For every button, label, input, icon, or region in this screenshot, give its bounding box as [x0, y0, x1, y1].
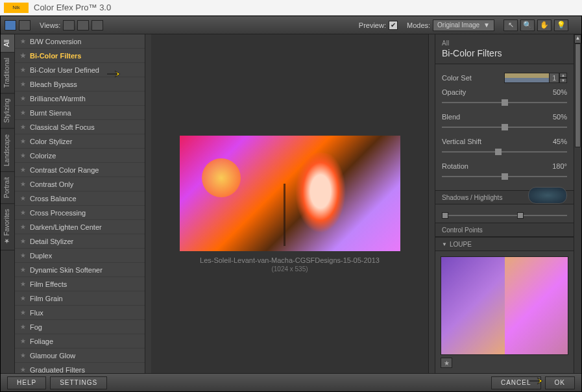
favorite-star-icon[interactable]: ★	[20, 295, 26, 302]
slider[interactable]	[442, 99, 567, 106]
view-split-button[interactable]	[19, 20, 30, 31]
filter-item[interactable]: ★Contrast Only	[15, 177, 145, 191]
slider[interactable]	[442, 124, 567, 130]
color-set-up-icon[interactable]: ▲	[559, 73, 567, 78]
color-set-down-icon[interactable]: ▼	[559, 78, 567, 83]
slider-thumb[interactable]	[502, 99, 508, 106]
views-3-button[interactable]	[91, 20, 103, 31]
slider-thumb[interactable]	[502, 124, 508, 130]
favorite-star-icon[interactable]: ★	[20, 180, 26, 188]
slider-thumb[interactable]	[502, 173, 508, 180]
view-single-button[interactable]	[5, 20, 16, 31]
filter-item[interactable]: ★Brilliance/Warmth	[15, 92, 145, 106]
favorite-star-icon[interactable]: ★	[20, 223, 26, 230]
scroll-thumb[interactable]	[575, 43, 581, 147]
filter-item[interactable]: ★B/W Conversion	[15, 34, 145, 49]
tab-stylizing[interactable]: Stylizing	[1, 93, 14, 129]
favorite-star-icon[interactable]: ★	[20, 195, 26, 202]
slider[interactable]	[442, 149, 567, 155]
tab-favorites[interactable]: ★ Favorites	[1, 204, 14, 251]
highlights-handle[interactable]	[517, 212, 524, 219]
filter-item[interactable]: ★Contrast Color Range	[15, 163, 145, 177]
center-scrollbar[interactable]	[428, 34, 435, 373]
filter-item[interactable]: ★Duplex	[15, 249, 145, 263]
filter-item[interactable]: ★Foliage	[15, 334, 145, 349]
loupe-star-button[interactable]: ★	[441, 358, 452, 368]
favorite-star-icon[interactable]: ★	[20, 166, 26, 173]
filter-item[interactable]: ★Film Effects	[15, 277, 145, 291]
favorite-star-icon[interactable]: ★	[20, 123, 26, 130]
filter-item[interactable]: ★Graduated Filters	[15, 363, 145, 373]
filter-item[interactable]: ★Cross Balance	[15, 191, 145, 206]
filter-item[interactable]: ★Bleach Bypass	[15, 77, 145, 92]
favorite-star-icon[interactable]: ★	[20, 152, 26, 159]
tab-traditional[interactable]: Traditional	[1, 53, 14, 93]
filter-item[interactable]: ★Darken/Lighten Center	[15, 220, 145, 234]
filter-item[interactable]: ★Dynamic Skin Softener	[15, 263, 145, 277]
favorite-star-icon[interactable]: ★	[20, 366, 26, 373]
filter-item[interactable]: ★Color Stylizer	[15, 134, 145, 149]
pointer-tool-icon[interactable]: ↖	[503, 19, 518, 31]
favorite-star-icon[interactable]: ★	[20, 138, 26, 145]
scroll-up-icon[interactable]: ▲	[574, 34, 581, 43]
ok-button[interactable]: OK	[545, 376, 575, 389]
panel-header: All Bi-Color Filters	[435, 34, 574, 64]
slider-thumb[interactable]	[495, 149, 502, 155]
filter-item[interactable]: ★Cross Processing	[15, 206, 145, 220]
shadows-highlights-header[interactable]: Shadows / Highlights	[435, 190, 574, 204]
filter-item[interactable]: ★Classical Soft Focus	[15, 120, 145, 134]
filter-label: Detail Stylizer	[30, 238, 73, 245]
favorite-star-icon[interactable]: ★	[20, 66, 26, 73]
favorite-star-icon[interactable]: ★	[20, 209, 26, 216]
tip-tool-icon[interactable]: 💡	[554, 19, 568, 31]
settings-button[interactable]: SETTINGS	[50, 376, 107, 389]
loupe-label: LOUPE	[450, 241, 472, 248]
loupe-header[interactable]: ▼ LOUPE	[435, 237, 574, 251]
filter-item[interactable]: ★Bi-Color Filters	[15, 49, 145, 63]
filter-item[interactable]: ★Flux	[15, 306, 145, 320]
tab-all[interactable]: All	[1, 34, 14, 53]
favorite-star-icon[interactable]: ★	[20, 38, 26, 45]
loupe-preview[interactable]	[441, 256, 568, 355]
favorite-star-icon[interactable]: ★	[20, 323, 26, 330]
filter-item[interactable]: ★Film Grain	[15, 291, 145, 306]
tab-landscape[interactable]: Landscape	[1, 129, 14, 172]
filter-list-scrollbar[interactable]	[145, 34, 151, 373]
tab-portrait[interactable]: Portrait	[1, 172, 14, 204]
filter-item[interactable]: ★Glamour Glow	[15, 349, 145, 363]
modes-select[interactable]: Original Image▼	[433, 19, 494, 31]
favorite-star-icon[interactable]: ★	[20, 95, 26, 102]
favorite-star-icon[interactable]: ★	[20, 266, 26, 273]
favorite-star-icon[interactable]: ★	[20, 352, 26, 359]
filter-item[interactable]: ★Fog	[15, 320, 145, 334]
favorite-star-icon[interactable]: ★	[20, 252, 26, 259]
preview-image[interactable]	[180, 136, 400, 251]
preview-checkbox[interactable]: ✔	[389, 21, 398, 30]
control-label: Vertical Shift	[442, 138, 481, 145]
color-set-swatch[interactable]	[504, 73, 550, 83]
filter-label: B/W Conversion	[30, 38, 81, 45]
help-button[interactable]: HELP	[7, 376, 46, 389]
shadows-handle[interactable]	[442, 212, 448, 219]
preview-area: Les-Soleil-Levant-van-Macha-CGSFDesigns-…	[151, 34, 428, 373]
zoom-tool-icon[interactable]: 🔍	[520, 19, 535, 31]
favorite-star-icon[interactable]: ★	[20, 309, 26, 316]
favorite-star-icon[interactable]: ★	[20, 337, 26, 345]
right-panel-scrollbar[interactable]: ▲	[574, 34, 581, 373]
filter-item[interactable]: ★Bi-Color User Defined	[15, 63, 145, 77]
favorite-star-icon[interactable]: ★	[20, 109, 26, 116]
favorite-star-icon[interactable]: ★	[20, 280, 26, 288]
favorite-star-icon[interactable]: ★	[20, 238, 26, 245]
filter-item[interactable]: ★Colorize	[15, 149, 145, 163]
filter-label: Cross Balance	[30, 195, 77, 202]
pan-tool-icon[interactable]: ✋	[537, 19, 552, 31]
views-2-button[interactable]	[77, 20, 89, 31]
slider[interactable]	[442, 173, 567, 180]
cursor-hand-icon	[528, 375, 545, 387]
views-1-button[interactable]	[63, 20, 75, 31]
favorite-star-icon[interactable]: ★	[20, 80, 26, 88]
favorite-star-icon[interactable]: ★	[20, 52, 26, 59]
filter-item[interactable]: ★Burnt Sienna	[15, 106, 145, 120]
control-points-header[interactable]: Control Points	[435, 223, 574, 237]
filter-item[interactable]: ★Detail Stylizer	[15, 234, 145, 249]
